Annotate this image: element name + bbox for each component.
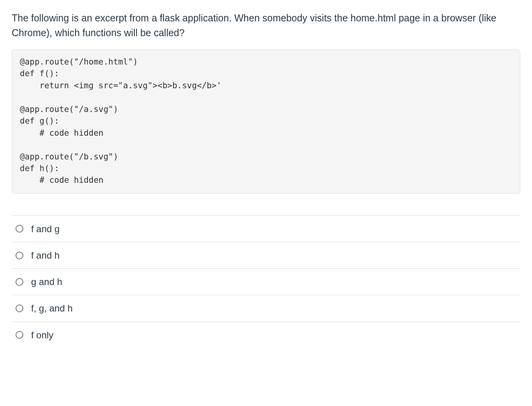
question-page: The following is an excerpt from a flask… — [0, 0, 532, 406]
radio-icon[interactable] — [16, 331, 23, 339]
answer-option-1[interactable]: f and h — [12, 242, 520, 269]
radio-icon[interactable] — [16, 252, 23, 259]
answer-label: g and h — [31, 276, 62, 288]
code-block: @app.route("/home.html") def f(): return… — [12, 49, 520, 194]
answer-option-0[interactable]: f and g — [12, 216, 520, 242]
answer-label: f, g, and h — [31, 302, 73, 314]
answer-option-2[interactable]: g and h — [12, 269, 520, 295]
radio-icon[interactable] — [16, 304, 23, 312]
radio-icon[interactable] — [16, 278, 23, 286]
question-prompt: The following is an excerpt from a flask… — [12, 11, 520, 40]
answer-option-4[interactable]: f only — [12, 322, 520, 343]
answer-list: f and g f and h g and h f, g, and h f on… — [12, 215, 520, 343]
radio-icon[interactable] — [16, 225, 23, 233]
answer-label: f and g — [31, 223, 60, 235]
answer-label: f and h — [31, 249, 60, 261]
answer-option-3[interactable]: f, g, and h — [12, 295, 520, 322]
answer-label: f only — [31, 329, 53, 341]
